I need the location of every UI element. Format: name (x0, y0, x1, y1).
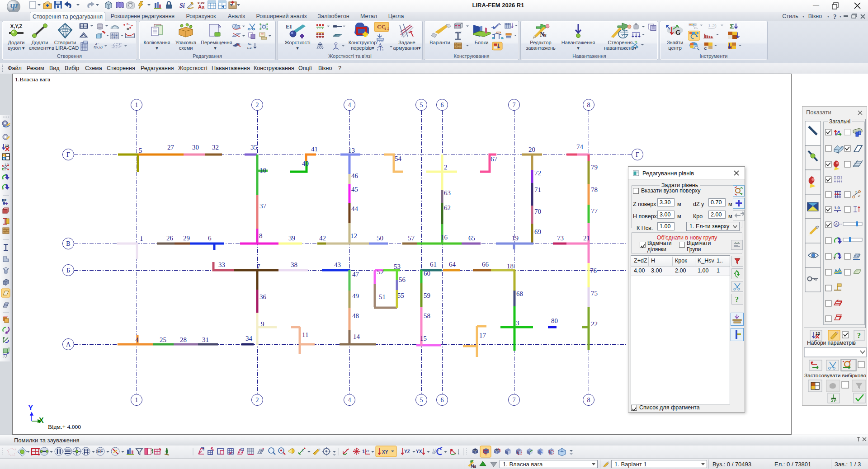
svg-text:60: 60 (424, 270, 430, 277)
svg-text:3: 3 (516, 319, 519, 327)
svg-text:15: 15 (420, 335, 427, 342)
svg-text:29: 29 (183, 234, 190, 242)
svg-text:33: 33 (218, 261, 225, 268)
svg-text:№: № (471, 463, 476, 469)
svg-text:70: 70 (534, 208, 541, 215)
svg-text:37: 37 (259, 202, 267, 210)
svg-text:78: 78 (591, 186, 598, 193)
svg-text:Σ: Σ (730, 23, 734, 29)
svg-text:34: 34 (245, 335, 253, 342)
svg-text:9: 9 (261, 320, 264, 328)
svg-text:В: В (66, 240, 70, 247)
svg-text:31: 31 (202, 336, 209, 343)
svg-text:43: 43 (334, 261, 341, 268)
svg-text:4: 4 (348, 397, 351, 403)
svg-text:?: ? (857, 332, 861, 339)
svg-text:36: 36 (259, 293, 267, 300)
svg-text:62: 62 (444, 204, 451, 211)
svg-text:72: 72 (534, 169, 541, 177)
svg-text:Г: Г (636, 151, 639, 158)
svg-text:10: 10 (259, 167, 266, 174)
svg-text:61: 61 (430, 261, 437, 268)
svg-text:52: 52 (377, 268, 384, 276)
svg-text:1.Власна вага: 1.Власна вага (15, 76, 50, 83)
svg-text:69: 69 (534, 228, 541, 235)
svg-text:EF: EF (97, 449, 103, 454)
svg-text:45: 45 (351, 186, 358, 193)
svg-text:2: 2 (256, 102, 259, 108)
svg-text:А: А (66, 341, 71, 348)
svg-text:54: 54 (395, 155, 402, 162)
svg-text:35: 35 (250, 144, 257, 151)
svg-text:1: 1 (140, 235, 143, 242)
svg-text:X,Y,Z: X,Y,Z (10, 23, 23, 29)
svg-text:Застосовувати вибірково: Застосовувати вибірково (804, 372, 866, 379)
svg-text:f(x,y): f(x,y) (94, 46, 103, 49)
svg-text:7: 7 (513, 397, 516, 403)
svg-text:Y: Y (28, 403, 33, 412)
svg-text:27: 27 (167, 144, 175, 151)
svg-text:XY: XY (382, 450, 388, 455)
svg-text:28: 28 (180, 336, 187, 343)
svg-text:7: 7 (257, 263, 260, 270)
svg-text:77: 77 (591, 207, 598, 215)
svg-text:57: 57 (408, 234, 415, 242)
svg-text:G: G (675, 29, 681, 36)
svg-text:79: 79 (591, 164, 598, 171)
svg-text:Aa: Aa (198, 4, 205, 9)
svg-text:5: 5 (420, 397, 423, 403)
svg-text:14: 14 (353, 333, 360, 340)
svg-text:46: 46 (351, 172, 359, 179)
svg-text:Набори параметрів: Набори параметрів (807, 340, 856, 346)
svg-text:2: 2 (256, 397, 259, 403)
svg-text:1,2,: 1,2, (247, 46, 253, 49)
svg-text:39: 39 (288, 234, 295, 242)
svg-text:№: № (540, 31, 547, 38)
svg-text:49: 49 (352, 292, 359, 300)
svg-text:26: 26 (166, 234, 174, 242)
svg-text:7: 7 (513, 102, 516, 108)
svg-text:xz: xz (366, 449, 369, 453)
svg-text:1: 1 (135, 102, 138, 108)
svg-text:12: 12 (350, 232, 357, 239)
svg-text:EF: EF (2, 198, 6, 202)
svg-text:X: X (39, 417, 44, 424)
svg-text:47: 47 (352, 271, 359, 278)
svg-text:YZ: YZ (404, 449, 410, 454)
svg-text:8: 8 (587, 397, 590, 403)
svg-text:63: 63 (444, 189, 451, 197)
svg-text:2: 2 (858, 194, 860, 198)
svg-text:Б: Б (66, 267, 70, 274)
svg-text:75: 75 (591, 290, 598, 297)
svg-text:z=: z= (95, 42, 100, 45)
svg-text:№: № (248, 43, 251, 46)
svg-text:56: 56 (399, 276, 406, 283)
svg-text:50: 50 (377, 234, 383, 242)
svg-text:6: 6 (441, 102, 444, 108)
svg-text:40: 40 (302, 160, 309, 167)
svg-text:L: L (302, 448, 304, 452)
svg-text:Si: Si (179, 2, 185, 9)
svg-text:65: 65 (468, 234, 475, 242)
svg-text:18: 18 (507, 263, 514, 270)
svg-text:1 2: 1 2 (384, 27, 389, 31)
svg-text:48: 48 (352, 312, 359, 319)
svg-text:6: 6 (208, 234, 212, 242)
svg-text:67: 67 (491, 155, 498, 163)
svg-text:30: 30 (192, 144, 199, 151)
svg-text:76: 76 (590, 267, 597, 274)
svg-text:5: 5 (420, 102, 423, 108)
svg-text:8: 8 (259, 232, 263, 239)
svg-text:71: 71 (534, 186, 541, 193)
svg-text:Відм.+ 4.000: Відм.+ 4.000 (48, 423, 81, 430)
svg-text:1: 1 (362, 449, 365, 454)
svg-text:42: 42 (319, 234, 326, 242)
svg-text:19: 19 (512, 234, 519, 242)
svg-text:51: 51 (379, 293, 386, 300)
svg-text:66: 66 (482, 261, 489, 268)
svg-text:2: 2 (444, 164, 448, 171)
svg-text:4: 4 (135, 336, 139, 343)
svg-text:Ψ: Ψ (9, 1, 18, 13)
svg-text:59: 59 (424, 292, 430, 299)
svg-text:YX: YX (416, 449, 422, 454)
